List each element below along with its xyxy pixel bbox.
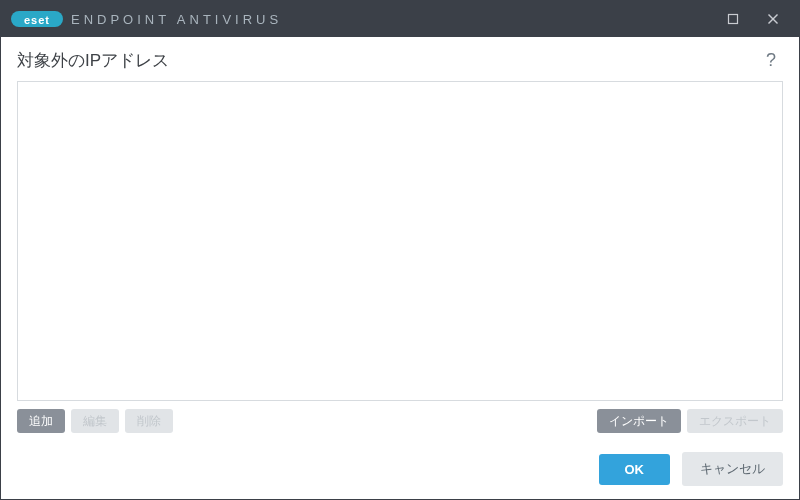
window-controls [713,1,793,37]
list-toolbar: 追加 編集 削除 インポート エクスポート [17,401,783,439]
maximize-button[interactable] [713,1,753,37]
dialog-footer: OK キャンセル [1,439,799,499]
titlebar: eset ENDPOINT ANTIVIRUS [1,1,799,37]
product-name: ENDPOINT ANTIVIRUS [71,12,282,27]
svg-text:eset: eset [24,14,50,26]
help-icon[interactable]: ? [759,48,783,72]
subheader: 対象外のIPアドレス ? [1,37,799,81]
import-button[interactable]: インポート [597,409,681,433]
add-button[interactable]: 追加 [17,409,65,433]
dialog-window: eset ENDPOINT ANTIVIRUS 対象外のIPアドレス ? 追加 … [0,0,800,500]
edit-button: 編集 [71,409,119,433]
export-button: エクスポート [687,409,783,433]
content-area: 追加 編集 削除 インポート エクスポート [1,81,799,439]
brand-logo: eset [11,9,63,29]
svg-rect-2 [729,15,738,24]
ok-button[interactable]: OK [599,454,671,485]
cancel-button[interactable]: キャンセル [682,452,783,486]
close-button[interactable] [753,1,793,37]
ip-exclusion-list[interactable] [17,81,783,401]
delete-button: 削除 [125,409,173,433]
page-title: 対象外のIPアドレス [17,49,169,72]
